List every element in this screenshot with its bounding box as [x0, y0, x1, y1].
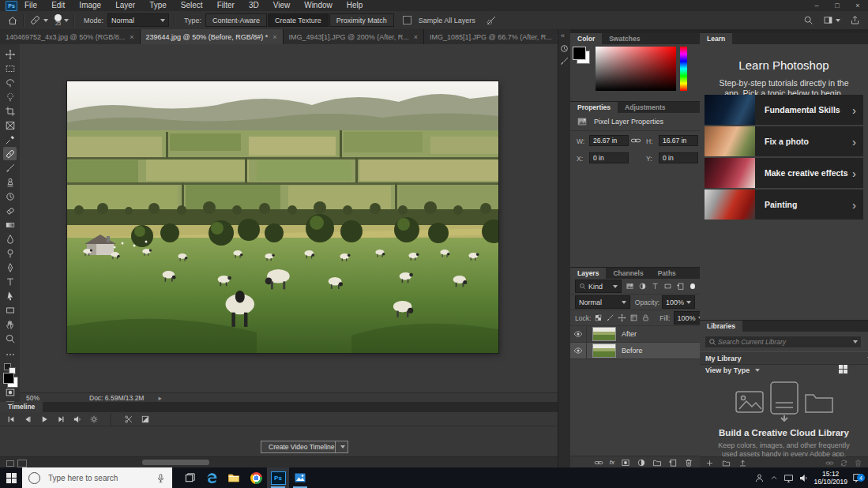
edge-taskbar-icon[interactable]: [201, 467, 223, 488]
go-to-first-frame-button[interactable]: [6, 415, 16, 424]
next-frame-button[interactable]: [56, 415, 66, 424]
layer-row-after[interactable]: After: [570, 326, 700, 343]
new-group-button[interactable]: [652, 458, 662, 467]
width-field[interactable]: 26.67 in: [589, 135, 629, 146]
menu-image[interactable]: Image: [72, 0, 108, 11]
color-saturation-field[interactable]: [596, 47, 676, 91]
volume-icon[interactable]: [798, 473, 809, 483]
tab-learn[interactable]: Learn: [700, 33, 732, 44]
filter-shape-layers-icon[interactable]: [663, 282, 672, 291]
zoom-in-frames-icon[interactable]: [17, 460, 27, 467]
spot-healing-brush-tool[interactable]: [3, 147, 17, 160]
menu-help[interactable]: Help: [340, 0, 370, 11]
clock[interactable]: 15:12 16/10/2019: [814, 470, 847, 486]
workspace-switcher[interactable]: [823, 15, 840, 25]
new-layer-button[interactable]: [668, 458, 678, 467]
visibility-eye-icon[interactable]: [570, 343, 587, 358]
lock-artboard-icon[interactable]: [629, 313, 638, 322]
crop-tool[interactable]: [3, 104, 17, 118]
transition-button[interactable]: [141, 415, 150, 424]
tab-color[interactable]: Color: [570, 33, 602, 44]
document-image[interactable]: [67, 81, 498, 353]
history-panel-icon[interactable]: [559, 43, 569, 54]
library-search-box[interactable]: [705, 336, 862, 348]
type-tool[interactable]: [3, 275, 17, 288]
timeline-scrollbar[interactable]: [0, 456, 558, 468]
layer-filter-kind-dropdown[interactable]: Kind: [575, 280, 622, 293]
library-link-button[interactable]: [825, 459, 834, 467]
audio-mute-button[interactable]: [73, 415, 82, 424]
layer-name[interactable]: Before: [622, 347, 643, 355]
taskbar-search-box[interactable]: [22, 467, 172, 488]
move-tool[interactable]: [3, 47, 17, 61]
document-tab[interactable]: IMG_1085[1].JPG @ 66.7% (After, R...×: [424, 29, 567, 44]
delete-layer-button[interactable]: [684, 458, 693, 467]
timeline-settings-button[interactable]: [89, 415, 99, 424]
tab-channels[interactable]: Channels: [606, 268, 650, 279]
photoshop-taskbar-icon[interactable]: Ps: [267, 467, 289, 488]
menu-file[interactable]: File: [17, 0, 44, 11]
learn-card-fundamental-skills[interactable]: Fundamental Skills ›: [705, 95, 863, 125]
layer-name[interactable]: After: [622, 330, 637, 338]
tab-paths[interactable]: Paths: [651, 268, 683, 279]
foreground-color-swatch[interactable]: [3, 373, 14, 384]
close-tab-icon[interactable]: ×: [272, 33, 276, 41]
menu-3d[interactable]: 3D: [242, 0, 266, 11]
photos-taskbar-icon[interactable]: [289, 467, 311, 488]
minimize-button[interactable]: –: [806, 0, 827, 11]
create-texture-button[interactable]: Create Texture: [268, 13, 329, 27]
layer-row-before-selected[interactable]: Before: [570, 343, 700, 359]
sample-all-layers-checkbox[interactable]: [403, 16, 411, 24]
new-library-folder-button[interactable]: [722, 459, 731, 467]
opacity-field[interactable]: 100%: [662, 295, 695, 309]
tab-properties[interactable]: Properties: [570, 102, 618, 113]
menu-window[interactable]: Window: [297, 0, 340, 11]
zoom-tool[interactable]: [3, 332, 17, 345]
hue-slider[interactable]: [680, 47, 687, 91]
taskbar-search-input[interactable]: [47, 473, 156, 483]
tablet-pressure-button[interactable]: [486, 15, 497, 26]
document-tab-active[interactable]: 239644.jpg @ 50% (Before, RGB/8#) *×: [141, 29, 284, 44]
learn-card-fix-a-photo[interactable]: Fix a photo ›: [705, 126, 863, 156]
file-explorer-taskbar-icon[interactable]: [223, 467, 245, 488]
brush-preset-picker[interactable]: 25: [54, 14, 62, 26]
people-icon[interactable]: [754, 473, 765, 483]
path-selection-tool[interactable]: [3, 289, 17, 302]
start-button[interactable]: [0, 467, 22, 488]
lock-position-icon[interactable]: [618, 313, 626, 322]
quick-mask-button[interactable]: [3, 385, 17, 399]
chrome-taskbar-icon[interactable]: [245, 467, 267, 488]
library-sync-button[interactable]: [840, 459, 848, 467]
tab-layers[interactable]: Layers: [570, 268, 606, 279]
add-library-item-button[interactable]: [705, 459, 714, 467]
content-aware-button[interactable]: Content-Aware: [205, 13, 267, 27]
clone-stamp-tool[interactable]: [3, 175, 17, 189]
zoom-out-frames-icon[interactable]: [6, 460, 14, 467]
brush-tool[interactable]: [3, 161, 17, 175]
grid-view-icon[interactable]: [839, 365, 847, 374]
tab-libraries[interactable]: Libraries: [700, 321, 742, 332]
lock-paint-icon[interactable]: [606, 313, 614, 322]
menu-layer[interactable]: Layer: [108, 0, 142, 11]
blur-tool[interactable]: [3, 232, 17, 246]
play-button[interactable]: [39, 415, 49, 424]
home-button[interactable]: [7, 15, 18, 26]
link-dimensions-icon[interactable]: [630, 135, 641, 146]
network-icon[interactable]: [783, 473, 794, 483]
restore-button[interactable]: □: [827, 0, 847, 11]
spot-healing-tool-preset-icon[interactable]: [29, 14, 48, 26]
library-search-input[interactable]: [716, 337, 851, 347]
hand-tool[interactable]: [3, 317, 17, 331]
previous-frame-button[interactable]: [23, 415, 32, 424]
tab-adjustments[interactable]: Adjustments: [618, 102, 672, 113]
lock-all-icon[interactable]: [641, 313, 650, 322]
lasso-tool[interactable]: [3, 76, 17, 89]
menu-select[interactable]: Select: [174, 0, 210, 11]
sample-all-layers-option[interactable]: Sample All Layers: [403, 16, 479, 24]
gradient-tool[interactable]: [3, 218, 17, 231]
height-field[interactable]: 16.67 in: [659, 135, 698, 146]
zoom-level[interactable]: 50%: [26, 394, 58, 402]
document-tab[interactable]: IMG_4943[1].JPG @ 200% (After, R...×: [284, 29, 424, 44]
pen-tool[interactable]: [3, 261, 17, 274]
filter-type-layers-icon[interactable]: [651, 282, 659, 291]
